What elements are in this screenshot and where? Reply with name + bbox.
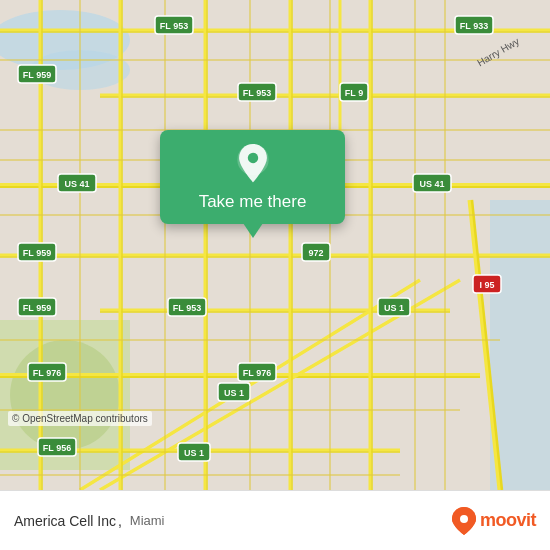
svg-point-86: [247, 153, 257, 163]
svg-text:I 95: I 95: [479, 280, 494, 290]
business-location: Miami: [130, 513, 165, 528]
svg-text:FL 956: FL 956: [43, 443, 71, 453]
svg-text:FL 933: FL 933: [460, 21, 488, 31]
location-separator: ,: [118, 513, 122, 529]
svg-text:FL 953: FL 953: [243, 88, 271, 98]
business-name: America Cell Inc: [14, 513, 116, 529]
svg-text:FL 976: FL 976: [243, 368, 271, 378]
map-container: FL 953 FL 933 FL 959 FL 953 FL 9 US 41 U…: [0, 0, 550, 490]
location-pin-icon: [233, 144, 273, 184]
svg-text:US 41: US 41: [64, 179, 89, 189]
svg-text:FL 959: FL 959: [23, 248, 51, 258]
svg-rect-5: [490, 200, 550, 490]
popup-card[interactable]: Take me there: [160, 130, 345, 224]
svg-text:US 1: US 1: [384, 303, 404, 313]
svg-text:FL 959: FL 959: [23, 303, 51, 313]
popup-label: Take me there: [199, 192, 307, 212]
svg-text:US 41: US 41: [419, 179, 444, 189]
svg-text:FL 976: FL 976: [33, 368, 61, 378]
svg-text:FL 953: FL 953: [173, 303, 201, 313]
svg-text:US 1: US 1: [184, 448, 204, 458]
moovit-logo: moovit: [452, 507, 536, 535]
info-bar: America Cell Inc , Miami moovit: [0, 490, 550, 550]
copyright-text: © OpenStreetMap contributors: [8, 411, 152, 426]
svg-text:FL 9: FL 9: [345, 88, 363, 98]
moovit-brand: moovit: [480, 510, 536, 531]
svg-point-87: [460, 515, 468, 523]
svg-text:FL 959: FL 959: [23, 70, 51, 80]
svg-point-4: [10, 340, 120, 450]
moovit-pin-icon: [452, 507, 476, 535]
svg-text:972: 972: [308, 248, 323, 258]
svg-text:FL 953: FL 953: [160, 21, 188, 31]
svg-text:US 1: US 1: [224, 388, 244, 398]
